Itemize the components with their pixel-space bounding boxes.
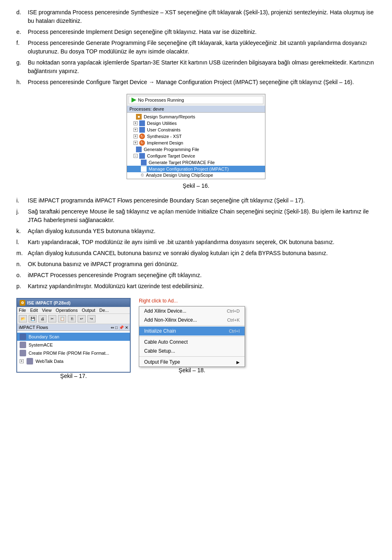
figures-17-18-row: ⚙ ISE iMPACT (P.28xd) File Edit View Ope… — [16, 298, 376, 387]
ctx-text-init-chain: Initialize Chain — [144, 328, 176, 334]
ctx-item-cable-auto[interactable]: Cable Auto Connect — [139, 338, 245, 347]
list-item-j: j. Sağ taraftaki pencereye Mouse ile sağ… — [16, 207, 376, 224]
list-text-e: Process penceresinde Implement Design se… — [28, 28, 376, 36]
list-text-k: Açılan diyalog kutusunda YES butonuna tı… — [28, 227, 376, 236]
list-item-m: m. Açılan diyalog kutusunda CANCEL buton… — [16, 249, 376, 258]
toolbar-btn-5[interactable]: 📋 — [58, 315, 66, 322]
list-item-o: o. iMPACT Processes penceresinde Program… — [16, 271, 376, 280]
list-item-k: k. Açılan diyalog kutusunda YES butonuna… — [16, 227, 376, 236]
expand-configure-icon[interactable]: − — [134, 154, 138, 158]
flow-item-boundary[interactable]: Boundary Scan — [17, 333, 130, 341]
list-item-l: l. Kartı yapılandıracak, TOP modülünüz i… — [16, 238, 376, 247]
ctx-item-output-filetype[interactable]: Output File Type ▶ — [139, 358, 245, 367]
ctx-shortcut-init-chain: Ctrl+I — [229, 329, 240, 333]
flow-item-createprom[interactable]: Create PROM File (PROM File Format... — [17, 349, 130, 357]
list-label-e: e. — [16, 28, 28, 36]
flow-item-systemace[interactable]: SystemACE — [17, 341, 130, 349]
proc-item-summary: ■ Design Summary/Reports — [127, 113, 265, 120]
menu-operations[interactable]: Operations — [56, 308, 78, 313]
toolbar-btn-6[interactable]: ⎘ — [68, 315, 76, 322]
toolbar-btn-4[interactable]: ✂ — [48, 315, 56, 322]
list-item-f: f. Process penceresinde Generate Program… — [16, 39, 376, 56]
toolbar-btn-2[interactable]: 💾 — [29, 315, 37, 322]
toolbar-btn-3[interactable]: 🖨 — [38, 315, 47, 322]
play-icon — [131, 98, 136, 102]
list-item-n: n. OK butonuna basınız ve iMPACT program… — [16, 260, 376, 269]
toolbar-btn-8[interactable]: ↪ — [87, 315, 96, 322]
proc-text-genprom: Generate Target PROM/ACE File — [149, 160, 215, 165]
list-item-h: h. Process penceresinde Configure Target… — [16, 78, 376, 87]
flow-text-webtalk: WebTalk Data — [36, 359, 63, 364]
expand-webtalk-icon[interactable]: + — [20, 359, 24, 363]
proc-item-implement: + ↻ Implement Design — [127, 140, 265, 146]
ctx-item-add-nonxilinx[interactable]: Add Non-Xilinx Device... Ctrl+K — [139, 316, 245, 324]
flows-ctrl-swap[interactable]: ⇔ — [111, 325, 114, 330]
proc-item-configure: − Configure Target Device — [127, 153, 265, 159]
list-item-d: d. ISE programında Process penceresinde … — [16, 8, 376, 25]
proc-item-chipscope: © Analyze Design Using ChipScope — [127, 172, 265, 178]
menu-output[interactable]: Output — [82, 308, 95, 313]
list-label-n: n. — [16, 260, 28, 269]
fig17-caption: Şekil – 17. — [60, 373, 87, 379]
list-text-g: Bu noktadan sonra yapılacak işlemlerde S… — [28, 58, 376, 76]
impact-flows-controls: ⇔ □ 📌 ✕ — [111, 325, 128, 330]
list-label-h: h. — [16, 78, 28, 87]
list-text-o: iMPACT Processes penceresinde Program se… — [28, 271, 376, 280]
proc-item-genprom: Generate Target PROM/ACE File — [127, 159, 265, 166]
toolbar-btn-1[interactable]: 📂 — [19, 315, 27, 322]
list-label-l: l. — [16, 238, 28, 247]
list-label-o: o. — [16, 271, 28, 280]
ctx-item-add-xilinx[interactable]: Add Xilinx Device... Ctrl+D — [139, 307, 245, 316]
list-text-i: ISE iMPACT programında iMPACT Flows penc… — [28, 196, 376, 205]
proc-item-manage[interactable]: Manage Configuration Project (iMPACT) — [127, 166, 265, 172]
ctx-item-init-chain[interactable]: Initialize Chain Ctrl+I — [139, 327, 245, 336]
flows-ctrl-restore[interactable]: □ — [115, 325, 118, 330]
fig18-caption: Şekil – 18. — [178, 367, 205, 373]
webtalk-icon — [27, 358, 33, 364]
flows-ctrl-close[interactable]: ✕ — [125, 325, 128, 330]
impact-flows-header: iMPACT Flows ⇔ □ 📌 ✕ — [17, 324, 130, 331]
systemace-icon — [20, 342, 26, 348]
toolbar-btn-7[interactable]: ↩ — [78, 315, 86, 322]
expand-synthesize-icon[interactable]: + — [134, 134, 138, 138]
ctx-text-cable-setup: Cable Setup... — [144, 348, 175, 354]
proc-text-constraints: User Constraints — [147, 127, 180, 132]
menu-file[interactable]: File — [19, 308, 26, 313]
ctx-item-cable-setup[interactable]: Cable Setup... — [139, 347, 245, 356]
list-text-n: OK butonuna basınız ve iMPACT programına… — [28, 260, 376, 269]
ctx-separator-2 — [139, 336, 245, 337]
expand-utilities-icon[interactable]: + — [134, 121, 138, 125]
right-click-label: Right click to Ad... — [139, 298, 178, 304]
proc-item-constraints: + User Constraints — [127, 127, 265, 133]
expand-implement-icon[interactable]: + — [134, 141, 138, 145]
list-text-d: ISE programında Process penceresinde Syn… — [28, 8, 376, 25]
list-text-j: Sağ taraftaki pencereye Mouse ile sağ tı… — [28, 207, 376, 224]
menu-view[interactable]: View — [42, 308, 52, 313]
list-text-p: Kartınız yapılandırılmıştır. Modülünüzü … — [28, 282, 376, 291]
flow-item-webtalk[interactable]: + WebTalk Data — [17, 357, 130, 365]
ctx-text-add-nonxilinx: Add Non-Xilinx Device... — [144, 317, 197, 323]
ise-processes-header: Processes: devre — [127, 106, 265, 113]
ctx-text-add-xilinx: Add Xilinx Device... — [144, 308, 186, 314]
proc-text-configure: Configure Target Device — [147, 153, 195, 158]
expand-constraints-icon[interactable]: + — [134, 128, 138, 132]
flow-text-boundary: Boundary Scan — [29, 334, 59, 339]
proc-item-genprog: Generate Programming File — [127, 146, 265, 153]
ctx-text-output-filetype: Output File Type — [144, 359, 180, 365]
flows-ctrl-pin[interactable]: 📌 — [119, 325, 124, 330]
list-text-l: Kartı yapılandıracak, TOP modülünüz ile … — [28, 238, 376, 247]
boundary-scan-icon — [20, 333, 26, 340]
list-item-i: i. ISE iMPACT programında iMPACT Flows p… — [16, 196, 376, 205]
list-item-e: e. Process penceresinde Implement Design… — [16, 28, 376, 36]
list-label-m: m. — [16, 249, 28, 258]
menu-del[interactable]: De... — [99, 308, 109, 313]
ctx-shortcut-add-xilinx: Ctrl+D — [227, 309, 240, 313]
impact-menubar[interactable]: File Edit View Operations Output De... — [17, 307, 130, 314]
flow-text-createprom: Create PROM File (PROM File Format... — [29, 351, 109, 356]
proc-text-manage: Manage Configuration Project (iMPACT) — [149, 167, 229, 171]
list-item-p: p. Kartınız yapılandırılmıştır. Modülünü… — [16, 282, 376, 291]
ise-process-list: ■ Design Summary/Reports + Design Utilit… — [127, 113, 265, 179]
menu-edit[interactable]: Edit — [30, 308, 38, 313]
ise-status-text: No Processes Running — [138, 98, 184, 102]
proc-text-synthesize: Synthesize - XST — [147, 134, 182, 139]
